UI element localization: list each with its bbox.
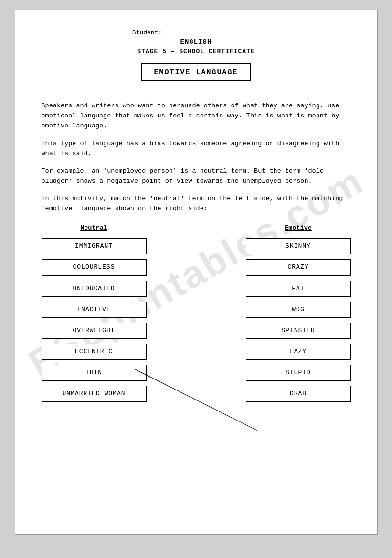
neutral-word-7: THIN	[42, 365, 147, 381]
neutral-word-3: UNEDUCATED	[42, 281, 147, 297]
emotive-header: Emotive	[246, 223, 351, 233]
svg-line-0	[135, 369, 257, 431]
neutral-column: Neutral IMMIGRANT COLOURLESS UNEDUCATED …	[42, 223, 147, 407]
neutral-word-6: ECCENTRIC	[42, 344, 147, 360]
title-stage: STAGE 5 – SCHOOL CERTIFICATE	[42, 48, 351, 55]
emotive-word-6: LAZY	[246, 344, 351, 360]
header-section: Student: ENGLISH STAGE 5 – SCHOOL CERTIF…	[42, 29, 351, 92]
student-underline	[164, 34, 260, 34]
main-title-box: EMOTIVE LANGUAGE	[141, 63, 250, 81]
emotive-word-3: FAT	[246, 281, 351, 297]
emotive-word-4: WOG	[246, 302, 351, 318]
neutral-word-8: UNMARRIED WOMAN	[42, 386, 147, 402]
student-label: Student:	[132, 29, 162, 36]
neutral-word-2: COLOURLESS	[42, 259, 147, 275]
emotive-word-2: CRAZY	[246, 259, 351, 275]
neutral-word-4: INACTIVE	[42, 302, 147, 318]
neutral-header: Neutral	[42, 223, 147, 233]
bias-underline: bias	[149, 140, 165, 147]
emotive-column: Emotive SKINNY CRAZY FAT WOG SPINSTER LA…	[246, 223, 351, 407]
emotive-word-8: DRAB	[246, 386, 351, 402]
neutral-word-1: IMMIGRANT	[42, 238, 147, 254]
emotive-language-underline: emotive language	[42, 122, 104, 129]
content-section: Speakers and writers who want to persuad…	[42, 101, 351, 407]
emotive-word-5: SPINSTER	[246, 323, 351, 339]
matching-section: Neutral IMMIGRANT COLOURLESS UNEDUCATED …	[42, 223, 351, 407]
worksheet-page: ESLprintables.com Student: ENGLISH STAGE…	[15, 10, 378, 535]
paragraph-4: In this activity, match the 'neutral' te…	[42, 194, 351, 214]
emotive-word-7: STUPID	[246, 365, 351, 381]
student-line: Student:	[42, 29, 351, 36]
paragraph-1: Speakers and writers who want to persuad…	[42, 101, 351, 131]
paragraph-3: For example, an 'unemployed person' is a…	[42, 167, 351, 187]
paragraph-2: This type of language has a bias towards…	[42, 139, 351, 159]
neutral-word-5: OVERWEIGHT	[42, 323, 147, 339]
title-english: ENGLISH	[42, 38, 351, 46]
emotive-word-1: SKINNY	[246, 238, 351, 254]
